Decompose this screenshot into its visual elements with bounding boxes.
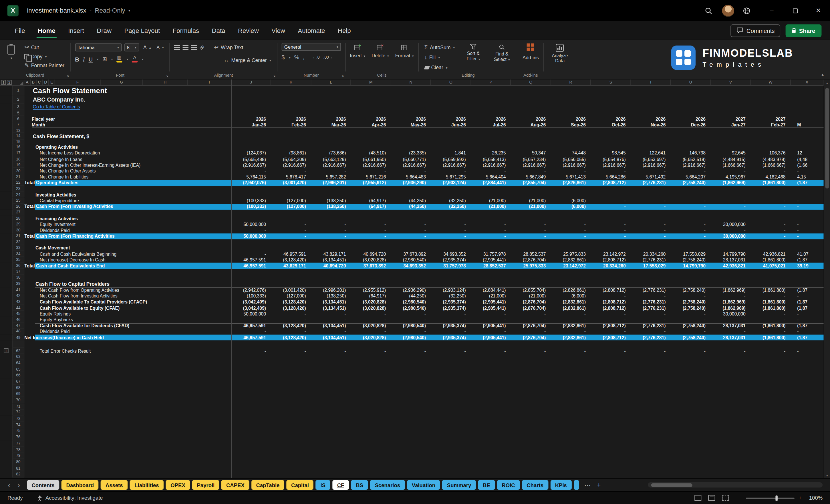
column-header-C[interactable]: C	[37, 80, 43, 85]
cell[interactable]: (2,903,124)	[431, 180, 471, 186]
cell[interactable]: (2,916,667)	[311, 162, 351, 168]
cell[interactable]: (1,66	[791, 162, 824, 168]
cell[interactable]: 5,664,286	[591, 174, 631, 180]
cell[interactable]: (5,653,697)	[631, 156, 671, 162]
menu-tab-insert[interactable]: Insert	[62, 21, 90, 40]
cell[interactable]: 5,764,115	[231, 174, 272, 180]
cell[interactable]: 92,645	[711, 150, 751, 156]
sheet-tab-is[interactable]: IS	[316, 480, 330, 490]
wrap-text-button[interactable]: ↩ Wrap Text	[213, 43, 245, 52]
cell[interactable]: -	[511, 317, 551, 323]
cell[interactable]: (2,935,374)	[431, 299, 471, 305]
row-number[interactable]: 66	[12, 372, 24, 379]
cell[interactable]: -	[671, 293, 711, 299]
cell[interactable]: (2,905,441)	[471, 257, 511, 263]
cell[interactable]: 12	[791, 150, 824, 156]
column-header-J[interactable]: J	[231, 80, 272, 85]
cell[interactable]: -	[711, 348, 751, 354]
cell[interactable]: -	[791, 204, 824, 210]
cell[interactable]: (3,020,828)	[351, 299, 391, 305]
cell[interactable]: (3,134,451)	[311, 335, 351, 341]
align-bottom-icon[interactable]	[191, 45, 197, 50]
cell[interactable]: -	[671, 233, 711, 239]
cell[interactable]: 5,671,216	[351, 174, 391, 180]
cell[interactable]: 4,195,967	[711, 174, 751, 180]
row-number[interactable]: 46	[12, 317, 24, 323]
cell[interactable]: (2,916,667)	[431, 162, 471, 168]
cell[interactable]: (3,134,451)	[311, 299, 351, 305]
cell[interactable]: (3,042,409)	[231, 299, 272, 305]
row-number[interactable]: 5	[12, 110, 24, 116]
close-button[interactable]: ✕	[807, 0, 830, 21]
cell[interactable]: (2,916,667)	[591, 162, 631, 168]
row-number[interactable]: 67	[12, 379, 24, 385]
cell[interactable]: 4,15	[791, 174, 824, 180]
row-number[interactable]: 39	[12, 281, 24, 287]
row-number[interactable]: 31	[12, 233, 24, 239]
cell[interactable]: (2,808,712)	[591, 335, 631, 341]
cell[interactable]: -	[551, 317, 591, 323]
cell[interactable]: (2,758,240)	[671, 335, 711, 341]
font-color-button[interactable]: A	[132, 56, 137, 62]
cell[interactable]: 2026	[431, 116, 471, 122]
cell[interactable]: -	[471, 233, 511, 239]
cell[interactable]: -	[231, 227, 272, 233]
cell[interactable]: (100,333)	[231, 204, 272, 210]
cell[interactable]: (138,250)	[311, 204, 351, 210]
page-break-view-icon[interactable]	[722, 495, 729, 501]
cell[interactable]: -	[272, 227, 312, 233]
cell[interactable]: 98,545	[591, 150, 631, 156]
chevron-down-icon[interactable]: ▾	[97, 57, 99, 61]
sheet-tab-dashboard[interactable]: Dashboard	[62, 480, 99, 490]
cell[interactable]: 39,19	[791, 263, 824, 269]
cell[interactable]: -	[751, 198, 791, 204]
share-button[interactable]: Share	[786, 24, 822, 37]
alignment-dialog-launcher-icon[interactable]: ↘	[273, 73, 276, 78]
chevron-down-icon[interactable]: ▾	[128, 8, 130, 13]
column-header-K[interactable]: K	[271, 80, 311, 85]
row-number[interactable]: 64	[12, 360, 24, 367]
cell[interactable]: (3,128,420)	[272, 299, 312, 305]
cell[interactable]: -	[231, 168, 272, 174]
cell[interactable]: (2,826,861)	[551, 287, 591, 293]
column-header-W[interactable]: W	[751, 80, 791, 85]
cell[interactable]: (5,656,055)	[551, 156, 591, 162]
cell[interactable]: (6,000)	[551, 198, 591, 204]
row-number[interactable]: 38	[12, 275, 24, 281]
cell[interactable]: 146,738	[671, 150, 711, 156]
row-number[interactable]: 23	[12, 186, 24, 192]
excel-app-icon[interactable]: X	[7, 5, 19, 16]
cell[interactable]: -	[671, 204, 711, 210]
cell[interactable]: -	[511, 348, 551, 354]
cell[interactable]: (32,250)	[431, 293, 471, 299]
cell[interactable]: -	[631, 329, 671, 335]
cell[interactable]: (5,660,771)	[391, 156, 431, 162]
sheet-tab-capital[interactable]: Capital	[286, 480, 314, 490]
cell[interactable]: (2,935,374)	[431, 335, 471, 341]
cell[interactable]: (2,916,667)	[231, 162, 272, 168]
cell[interactable]: Jul-26	[471, 122, 511, 128]
cell[interactable]: -	[311, 317, 351, 323]
cell[interactable]: -	[511, 227, 551, 233]
row-number[interactable]: 29	[12, 221, 24, 227]
cell[interactable]: (2,832,861)	[551, 257, 591, 263]
cell[interactable]: 46,957,591	[231, 257, 272, 263]
cell[interactable]: (138,250)	[311, 198, 351, 204]
cell[interactable]: (2,855,704)	[511, 287, 551, 293]
cell[interactable]: -	[431, 227, 471, 233]
cell[interactable]: -	[591, 227, 631, 233]
cell[interactable]: 5,678,417	[272, 174, 312, 180]
cell[interactable]: -	[671, 311, 711, 317]
cell[interactable]: (2,808,712)	[591, 305, 631, 311]
column-header-L[interactable]: L	[311, 80, 351, 85]
cell[interactable]: (5,657,234)	[511, 156, 551, 162]
cell[interactable]: -	[311, 227, 351, 233]
sheet-tab-scenarios[interactable]: Scenarios	[370, 480, 405, 490]
cell[interactable]: (3,134,451)	[311, 305, 351, 311]
zoom-percentage[interactable]: 100%	[809, 495, 823, 501]
cell[interactable]: -	[671, 198, 711, 204]
cell[interactable]: Nov-26	[631, 122, 671, 128]
chevron-down-icon[interactable]: ▾	[142, 57, 143, 61]
cell[interactable]: -	[791, 293, 824, 299]
cell[interactable]: (2,942,076)	[231, 180, 272, 186]
